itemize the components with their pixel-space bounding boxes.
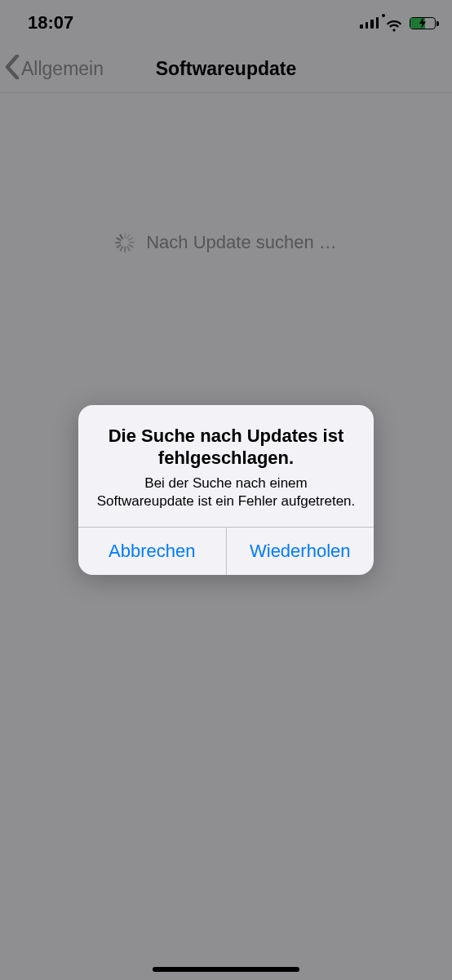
modal-overlay: Die Suche nach Updates ist fehlgeschlage…: [0, 0, 452, 980]
alert-message: Bei der Suche nach einem Softwareupdate …: [95, 474, 357, 510]
home-indicator[interactable]: [153, 967, 299, 972]
alert-dialog: Die Suche nach Updates ist fehlgeschlage…: [78, 405, 374, 575]
retry-button[interactable]: Wiederholen: [226, 528, 374, 575]
cancel-button[interactable]: Abbrechen: [78, 528, 226, 575]
alert-title: Die Suche nach Updates ist fehlgeschlage…: [95, 425, 357, 470]
